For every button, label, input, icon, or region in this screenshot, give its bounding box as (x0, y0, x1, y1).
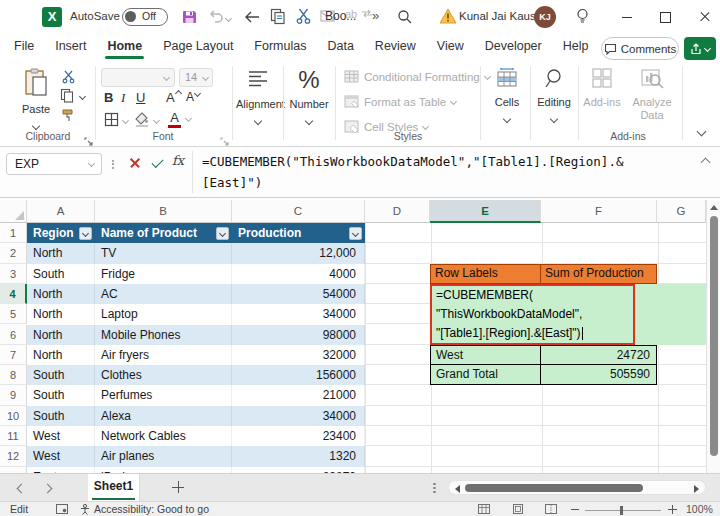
page-layout-view-button[interactable] (512, 504, 524, 516)
scrollbar-splitter[interactable] (433, 481, 436, 495)
cell-c11[interactable]: 23400 (232, 426, 365, 446)
row-header-8[interactable]: 8 (0, 365, 27, 385)
row-header-5[interactable]: 5 (0, 304, 27, 324)
font-color-button[interactable]: A (168, 110, 181, 128)
table-header-region[interactable]: Region (27, 223, 95, 243)
cell-a9[interactable]: South (27, 385, 95, 405)
tab-help[interactable]: Help (563, 39, 589, 53)
horizontal-scrollbar[interactable] (448, 480, 706, 495)
tab-view[interactable]: View (437, 39, 464, 53)
undo-button[interactable] (208, 10, 224, 28)
name-box[interactable]: EXP (6, 153, 102, 175)
cell-c12[interactable]: 1320 (232, 446, 365, 466)
zoom-out-button[interactable] (571, 509, 579, 510)
format-as-table-button[interactable]: Format as Table (344, 95, 456, 108)
shrink-font-button[interactable]: A (186, 90, 200, 104)
row-header-4[interactable]: 4 (0, 284, 27, 304)
cell-b11[interactable]: Network Cables (95, 426, 232, 446)
page-break-view-button[interactable] (545, 504, 557, 516)
cell-a2[interactable]: North (27, 243, 95, 263)
cell-a6[interactable]: North (27, 325, 95, 345)
row-header-6[interactable]: 6 (0, 325, 27, 345)
cell-b6[interactable]: Mobile Phones (95, 325, 232, 345)
number-button[interactable]: % Number (287, 66, 331, 128)
zoom-slider-track[interactable] (585, 510, 661, 511)
cell-c9[interactable]: 21000 (232, 385, 365, 405)
column-header-g[interactable]: G (657, 200, 706, 223)
ideas-button[interactable] (575, 8, 590, 29)
table-header-production[interactable]: Production (232, 223, 365, 243)
column-header-e[interactable]: E (430, 200, 541, 223)
sheet-nav-prev-icon[interactable] (17, 484, 27, 494)
alignment-button[interactable]: Alignment (236, 70, 280, 128)
cell-b2[interactable]: TV (95, 243, 232, 263)
cell-c2[interactable]: 12,000 (232, 243, 365, 263)
comments-button[interactable]: Comments (601, 37, 679, 60)
normal-view-button[interactable] (478, 504, 490, 516)
copy-button[interactable] (270, 8, 286, 29)
cell-c3[interactable]: 4000 (232, 264, 365, 284)
minimize-button[interactable] (612, 0, 642, 34)
scroll-right-arrow[interactable] (694, 485, 699, 493)
cell-a5[interactable]: North (27, 304, 95, 324)
pivot-header-sum[interactable]: Sum of Production (540, 264, 657, 284)
search-button[interactable] (397, 9, 412, 28)
cut-button[interactable] (296, 8, 311, 29)
tab-data[interactable]: Data (327, 39, 353, 53)
pivot-cell-west-value[interactable]: 24720 (541, 345, 657, 365)
sheet-tab-sheet1[interactable]: Sheet1 (88, 474, 140, 501)
cell-b7[interactable]: Air fryers (95, 345, 232, 365)
cell-c5[interactable]: 34000 (232, 304, 365, 324)
tab-home[interactable]: Home (107, 39, 142, 53)
grow-font-button[interactable]: A (166, 90, 181, 105)
cell-b5[interactable]: Laptop (95, 304, 232, 324)
cell-a10[interactable]: South (27, 406, 95, 426)
cell-c8[interactable]: 156000 (232, 365, 365, 385)
tab-file[interactable]: File (14, 39, 34, 53)
column-header-f[interactable]: F (541, 200, 657, 223)
select-all-corner[interactable] (0, 200, 27, 223)
pivot-cell-west-label[interactable]: West (430, 345, 541, 365)
cut-ribbon-button[interactable] (62, 70, 75, 88)
cell-a7[interactable]: North (27, 345, 95, 365)
ribbon-collapse-chevron-icon[interactable] (697, 127, 707, 137)
tab-page-layout[interactable]: Page Layout (163, 39, 233, 53)
cell-b9[interactable]: Perfumes (95, 385, 232, 405)
scroll-left-arrow[interactable] (455, 485, 460, 493)
cell-c4[interactable]: 54000 (232, 284, 365, 304)
cell-a8[interactable]: South (27, 365, 95, 385)
underline-button[interactable]: U (136, 90, 145, 105)
excel-logo-icon[interactable]: X (42, 7, 62, 27)
pivot-cell-grandtotal-value[interactable]: 505590 (541, 365, 657, 385)
enter-button[interactable] (150, 155, 166, 171)
tab-review[interactable]: Review (375, 39, 416, 53)
vertical-scrollbar[interactable] (706, 200, 720, 473)
column-header-b[interactable]: B (95, 200, 232, 223)
cell-b10[interactable]: Alexa (95, 406, 232, 426)
filter-button-region[interactable] (79, 227, 92, 240)
cell-b3[interactable]: Fridge (95, 264, 232, 284)
font-size-combo[interactable]: 14 (179, 68, 213, 87)
tab-formulas[interactable]: Formulas (254, 39, 306, 53)
zoom-slider-thumb[interactable] (620, 506, 623, 515)
accessibility-button[interactable]: Accessibility: Good to go (80, 503, 209, 515)
qat-overflow-button[interactable]: » (372, 8, 379, 23)
cell-a12[interactable]: West (27, 446, 95, 466)
cells-button[interactable]: Cells (486, 68, 528, 126)
autosave-toggle[interactable]: Off (122, 8, 168, 26)
formula-bar-expand-chevron-icon[interactable] (701, 158, 711, 168)
tab-insert[interactable]: Insert (55, 39, 86, 53)
cell-b8[interactable]: Clothes (95, 365, 232, 385)
fill-color-button[interactable] (135, 112, 150, 131)
column-header-d[interactable]: D (365, 200, 430, 223)
cell-c7[interactable]: 32000 (232, 345, 365, 365)
zoom-level-label[interactable]: 100% (686, 503, 713, 515)
row-header-1[interactable]: 1 (0, 223, 27, 243)
cancel-button[interactable] (127, 155, 143, 171)
row-header-10[interactable]: 10 (0, 406, 27, 426)
cell-a4[interactable]: North (27, 284, 95, 304)
cell-b12[interactable]: Air planes (95, 446, 232, 466)
row-header-9[interactable]: 9 (0, 385, 27, 405)
maximize-button[interactable] (650, 0, 680, 34)
add-sheet-button[interactable] (172, 481, 185, 494)
